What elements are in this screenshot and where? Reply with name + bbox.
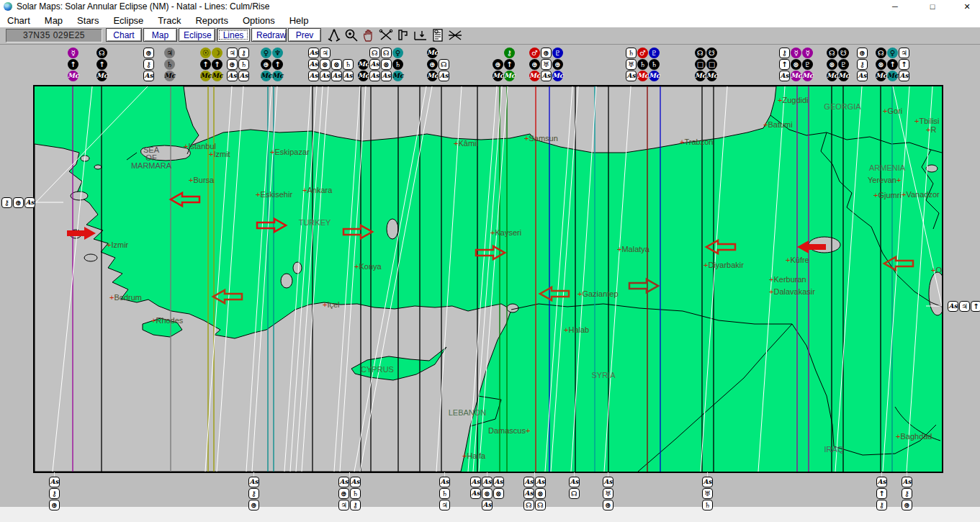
- toolbar-button-prev[interactable]: Prev: [288, 28, 321, 42]
- bottom-line-marker[interactable]: As♅♄: [702, 477, 713, 510]
- glyph-badge-planet: □: [706, 59, 717, 70]
- top-line-marker[interactable]: ♄♅As♂♄Mc♇♄Mc: [626, 48, 660, 81]
- glyph-badge-planet: ☋: [838, 48, 849, 58]
- city-label-malatya: +Malatya: [617, 245, 650, 253]
- badge-column: ⊕♅As: [541, 48, 552, 81]
- bottom-line-marker[interactable]: As⊕♃As♄⚷: [338, 477, 361, 510]
- glyph-badge-as: As: [24, 197, 35, 208]
- glyph-badge-as: As: [439, 71, 449, 81]
- glyph-badge-as: As: [523, 488, 534, 499]
- glyph-badge-planet: ⊕: [552, 59, 563, 70]
- pan-tool-icon[interactable]: [360, 27, 377, 43]
- glyph-badge-planet: □: [695, 59, 706, 70]
- top-line-marker[interactable]: ☊⊗Mc☋♇Mc: [827, 48, 849, 81]
- menu-item-track[interactable]: Track: [150, 15, 188, 26]
- badge-column: ☿♇Mc: [802, 48, 813, 81]
- glyph-badge-planet: ☿: [68, 48, 78, 58]
- close-button[interactable]: ✕: [956, 1, 978, 12]
- menu-item-stars[interactable]: Stars: [70, 15, 106, 26]
- toolbar-button-eclipse[interactable]: Eclipse: [179, 28, 215, 42]
- menu-item-chart[interactable]: Chart: [0, 15, 37, 26]
- glyph-badge-planet: ♇: [552, 48, 563, 58]
- edge-marker-left[interactable]: ⚷⊕As: [1, 197, 35, 208]
- top-line-marker[interactable]: ⊕Mc⚷↑Mc: [493, 48, 515, 81]
- glyph-badge-as: As: [535, 477, 546, 487]
- toolbar-button-redraw[interactable]: Redraw: [251, 28, 287, 42]
- cut-lines-tool-icon[interactable]: [377, 27, 395, 43]
- edge-marker-right[interactable]: As♃↑: [948, 301, 980, 312]
- toolbar-button-map[interactable]: Map: [143, 28, 177, 42]
- bottom-line-marker[interactable]: As☊: [569, 477, 580, 510]
- glyph-badge-planet: ⚷: [779, 48, 790, 58]
- top-line-marker[interactable]: ☉↑Mc☽↑Mc: [200, 48, 222, 81]
- glyph-badge-as: As: [369, 71, 380, 81]
- bottom-line-marker[interactable]: As⚷⊕: [902, 477, 912, 510]
- menu-item-eclipse[interactable]: Eclipse: [106, 15, 150, 26]
- badge-column: ♂♄Mc: [637, 48, 648, 81]
- report-tool-icon[interactable]: [429, 27, 446, 43]
- top-line-marker[interactable]: ☊□Mc☋□Mc: [695, 48, 717, 81]
- badge-column: ♃⊕As: [227, 48, 238, 81]
- top-line-marker[interactable]: McMc☊AsAs☊⊗As♀♄Mc: [358, 48, 403, 81]
- badge-column: ♃♄Mc: [164, 48, 175, 81]
- menu-item-map[interactable]: Map: [37, 15, 70, 26]
- zoom-tool-icon[interactable]: [343, 27, 360, 43]
- bottom-line-marker[interactable]: As↑⚷: [876, 477, 887, 510]
- glyph-badge-planet: ⊗: [381, 59, 392, 70]
- glyph-badge-planet: ☊: [827, 48, 837, 58]
- top-line-marker[interactable]: ☿↑Mc: [68, 48, 78, 81]
- glyph-badge-as: As: [308, 59, 319, 70]
- top-line-marker[interactable]: ♃♄Mc: [164, 48, 175, 81]
- minimize-button[interactable]: ─: [884, 1, 906, 12]
- glyph-badge-as: As: [493, 477, 504, 487]
- bottom-line-marker[interactable]: As⚷⊕: [49, 477, 60, 510]
- hide-lines-tool-icon[interactable]: [446, 27, 464, 43]
- glyph-badge-planet: ⊕: [529, 59, 540, 70]
- menu-item-help[interactable]: Help: [282, 15, 316, 26]
- glyph-badge-mc: Mc: [212, 71, 222, 81]
- menu-item-reports[interactable]: Reports: [188, 15, 235, 26]
- bottom-line-marker[interactable]: AsAs☊As⊗☊: [523, 477, 546, 510]
- toolbar-button-lines[interactable]: Lines: [217, 28, 250, 42]
- bottom-line-marker[interactable]: As♄♃: [439, 477, 450, 510]
- glyph-badge-as: As: [470, 477, 481, 487]
- bottom-line-marker[interactable]: As♅⊕: [603, 477, 613, 510]
- menu-item-options[interactable]: Options: [235, 15, 282, 26]
- top-line-marker[interactable]: ☊⊗Mc♀↑Mc♃↑As: [876, 48, 909, 81]
- glyph-badge-mc: Mc: [637, 71, 648, 81]
- top-line-marker[interactable]: ⚷↑As☿⊗Mc☿♇Mc: [779, 48, 813, 81]
- top-line-marker[interactable]: ♀⊕Mc♆↑Mc: [261, 48, 283, 81]
- badge-column: ♃↑As: [899, 48, 909, 81]
- region-label-georgia: GEORGIA: [824, 102, 861, 111]
- top-line-marker[interactable]: ♃⊕As⚷♄As: [227, 48, 249, 81]
- bottom-line-marker[interactable]: As⚷⊕: [248, 477, 259, 510]
- paint-roller-tool-icon[interactable]: [395, 27, 412, 43]
- glyph-badge-planet: ⊕: [261, 59, 271, 70]
- toolbar-button-chart[interactable]: Chart: [106, 28, 142, 42]
- maximize-button[interactable]: □: [922, 1, 943, 12]
- badge-column: As♅⊕: [603, 477, 613, 510]
- city-label-i-el: +Içel: [323, 300, 340, 309]
- dividers-tool-icon[interactable]: [325, 27, 343, 43]
- glyph-badge-mc: Mc: [838, 71, 849, 81]
- glyph-badge-as: As: [902, 477, 912, 487]
- city-label-gjumri: +Gjumri: [873, 191, 902, 199]
- bottom-line-marker[interactable]: AsAsAs⊗AsAs⊗: [470, 477, 504, 510]
- top-line-marker[interactable]: ☊↑Mc: [96, 48, 107, 81]
- badge-column: ☋♇Mc: [838, 48, 849, 81]
- glyph-badge-as: As: [320, 71, 331, 81]
- glyph-badge-mc: Mc: [96, 71, 107, 81]
- city-label-bodrum: +Bodrum: [109, 293, 142, 302]
- top-line-marker[interactable]: ♂⊕Mc⊕♅As♇⊕Mc: [529, 48, 563, 81]
- glyph-badge-mc: Mc: [358, 59, 369, 70]
- top-line-marker[interactable]: AsAsAs♃⊗As⊗As♄As: [308, 48, 354, 81]
- glyph-badge-as: As: [702, 477, 713, 487]
- badge-column: As⊗: [493, 477, 504, 510]
- top-line-marker[interactable]: ⊕⚷As: [857, 48, 868, 81]
- map-canvas[interactable]: SEAOFMARMARATURKEYCYPRUSLEBANONSYRIAGEOR…: [35, 86, 942, 472]
- top-line-marker[interactable]: ⊕⚷As: [143, 48, 154, 81]
- top-line-marker[interactable]: Mc⊕Mc☊As: [427, 48, 449, 81]
- glyph-badge-as: As: [523, 477, 534, 487]
- drop-point-tool-icon[interactable]: [412, 27, 429, 43]
- glyph-badge-as: As: [338, 477, 349, 487]
